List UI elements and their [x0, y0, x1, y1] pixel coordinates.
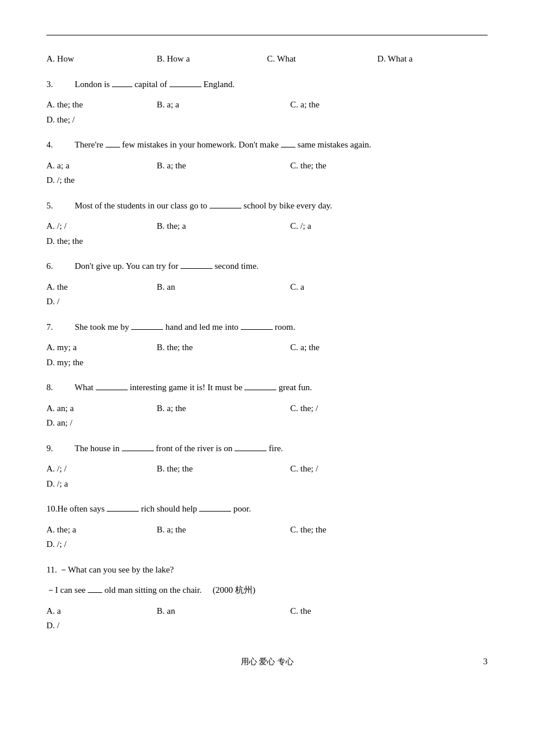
options-row-top: A. How B. How a C. What D. What a [46, 52, 488, 67]
page-footer: 用心 爱心 专心 3 [0, 657, 534, 667]
q6-number: 6. [46, 261, 53, 271]
q10-optC: C. the; the [290, 523, 418, 538]
q7-optD: D. my; the [46, 355, 151, 370]
question-11-subtext: －I can see old man sitting on the chair.… [46, 583, 488, 598]
q7-options: A. my; a B. the; the C. a; the D. my; th… [46, 340, 488, 370]
q11-options: A. a B. an C. the D. / [46, 604, 488, 633]
q4-optC: C. the; the [290, 159, 418, 174]
question-5-text: 5. Most of the students in our class go … [46, 199, 488, 214]
q5-number: 5. [46, 201, 53, 210]
question-10-text: 10.He often says rich should help poor. [46, 502, 488, 517]
q8-optC: C. the; / [290, 401, 418, 416]
q4-options: A. a; a B. a; the C. the; the D. /; the [46, 159, 488, 188]
q11-optC: C. the [290, 604, 418, 619]
q11-optB: B. an [157, 604, 284, 619]
q7-optA: A. my; a [46, 340, 151, 355]
q11-optA: A. a [46, 604, 151, 619]
q9-options: A. /; / B. the; the C. the; / D. /; a [46, 462, 488, 491]
q9-optB: B. the; the [157, 462, 284, 477]
question-8-text: 8. What interesting game it is! It must … [46, 380, 488, 395]
q9-optC: C. the; / [290, 462, 418, 477]
option-A-top: A. How [46, 52, 151, 67]
option-C-top: C. What [267, 52, 371, 67]
page-container: A. How B. How a C. What D. What a 3. Lon… [0, 0, 534, 690]
question-3-text: 3. London is capital of England. [46, 77, 488, 92]
option-B-top: B. How a [157, 52, 261, 67]
q8-optD: D. an; / [46, 416, 151, 431]
question-11-text: 11. －What can you see by the lake? [46, 563, 488, 578]
option-D-top: D. What a [377, 52, 482, 67]
q10-options: A. the; a B. a; the C. the; the D. /; / [46, 523, 488, 552]
q5-optD: D. the; the [46, 234, 151, 249]
q11-optD: D. / [46, 618, 151, 633]
footer-text: 用心 爱心 专心 [0, 657, 534, 667]
question-4: 4. There're few mistakes in your homewor… [46, 138, 488, 188]
q6-optD: D. / [46, 294, 151, 309]
question-9-text: 9. The house in front of the river is on… [46, 441, 488, 456]
q4-optD: D. /; the [46, 173, 151, 188]
q10-optD: D. /; / [46, 537, 151, 552]
question-4-text: 4. There're few mistakes in your homewor… [46, 138, 488, 153]
q8-options: A. an; a B. a; the C. the; / D. an; / [46, 401, 488, 431]
q6-optB: B. an [157, 280, 284, 295]
q5-optA: A. /; / [46, 219, 151, 234]
q8-optB: B. a; the [157, 401, 284, 416]
top-divider [46, 35, 488, 35]
q8-number: 8. [46, 383, 53, 392]
q7-optC: C. a; the [290, 340, 418, 355]
q3-optB: B. a; a [157, 98, 284, 113]
question-8: 8. What interesting game it is! It must … [46, 380, 488, 431]
q5-optB: B. the; a [157, 219, 284, 234]
q3-number: 3. [46, 80, 53, 89]
q4-optA: A. a; a [46, 159, 151, 174]
page-number: 3 [484, 657, 488, 667]
q3-optC: C. a; the [290, 98, 418, 113]
q10-optB: B. a; the [157, 523, 284, 538]
q9-optD: D. /; a [46, 477, 151, 492]
q3-optA: A. the; the [46, 98, 151, 113]
question-5: 5. Most of the students in our class go … [46, 199, 488, 249]
q3-options: A. the; the B. a; a C. a; the D. the; / [46, 98, 488, 127]
q6-optA: A. the [46, 280, 151, 295]
q11-number: 11. [46, 565, 57, 574]
q5-options: A. /; / B. the; a C. /; a D. the; the [46, 219, 488, 249]
q4-optB: B. a; the [157, 159, 284, 174]
question-6: 6. Don't give up. You can try for second… [46, 259, 488, 309]
question-7: 7. She took me by hand and led me into r… [46, 320, 488, 370]
q7-number: 7. [46, 322, 53, 332]
q4-number: 4. [46, 140, 53, 149]
q8-optA: A. an; a [46, 401, 151, 416]
question-9: 9. The house in front of the river is on… [46, 441, 488, 492]
q10-number: 10. [46, 504, 57, 513]
q6-optC: C. a [290, 280, 418, 295]
question-10: 10.He often says rich should help poor. … [46, 502, 488, 552]
q3-optD: D. the; / [46, 113, 151, 128]
question-7-text: 7. She took me by hand and led me into r… [46, 320, 488, 335]
q9-number: 9. [46, 444, 53, 453]
q7-optB: B. the; the [157, 340, 284, 355]
question-11: 11. －What can you see by the lake? －I ca… [46, 563, 488, 633]
q9-optA: A. /; / [46, 462, 151, 477]
question-3: 3. London is capital of England. A. the;… [46, 77, 488, 128]
q10-optA: A. the; a [46, 523, 151, 538]
q5-optC: C. /; a [290, 219, 418, 234]
q6-options: A. the B. an C. a D. / [46, 280, 488, 309]
question-6-text: 6. Don't give up. You can try for second… [46, 259, 488, 274]
